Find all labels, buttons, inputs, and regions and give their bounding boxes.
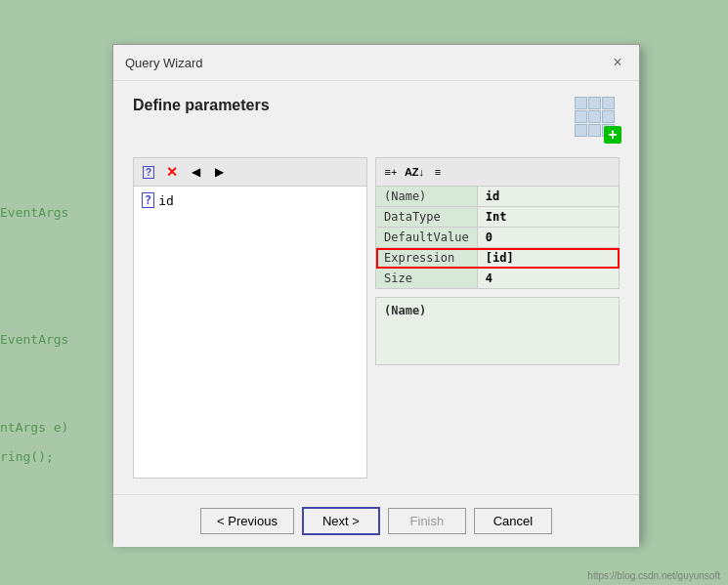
right-toolbar: ≡+ AZ↓ ≡ bbox=[375, 157, 620, 186]
bg-code-4: ring(); bbox=[0, 449, 54, 464]
watermark: https://blog.csdn.net/guyunsoft bbox=[587, 570, 720, 581]
param-type-icon: ? bbox=[142, 192, 154, 208]
description-label: (Name) bbox=[384, 304, 611, 317]
dialog-title: Query Wizard bbox=[125, 56, 202, 70]
prop-row-expression: Expression [id] bbox=[376, 248, 620, 269]
prop-key-name: (Name) bbox=[376, 187, 478, 207]
panels-container: ? ✕ ◀ ▶ ? id bbox=[133, 157, 620, 479]
prop-val-expression[interactable]: [id] bbox=[477, 248, 619, 269]
bg-code-2: EventArgs bbox=[0, 332, 68, 347]
right-panel: ≡+ AZ↓ ≡ (Name) id DataType bbox=[375, 157, 620, 479]
title-bar: Query Wizard × bbox=[113, 45, 639, 81]
grid-cell-6 bbox=[602, 110, 615, 123]
prop-key-expression: Expression bbox=[376, 248, 478, 269]
prop-row-size: Size 4 bbox=[376, 269, 620, 289]
prop-key-defaultvalue: DefaultValue bbox=[376, 228, 478, 248]
prop-row-defaultvalue: DefaultValue 0 bbox=[376, 228, 620, 248]
left-panel: ? ✕ ◀ ▶ ? id bbox=[133, 157, 367, 479]
plus-icon: + bbox=[604, 126, 621, 144]
previous-button[interactable]: < Previous bbox=[200, 508, 294, 534]
grid-cell-5 bbox=[588, 110, 601, 123]
prop-key-size: Size bbox=[376, 269, 478, 289]
prop-val-defaultvalue[interactable]: 0 bbox=[477, 228, 619, 248]
finish-button[interactable]: Finish bbox=[388, 508, 466, 534]
grid-cell-7 bbox=[575, 124, 587, 137]
prop-val-name[interactable]: id bbox=[477, 187, 619, 207]
prop-val-datatype[interactable]: Int bbox=[477, 207, 619, 228]
grid-cell-8 bbox=[588, 124, 601, 137]
list-item[interactable]: ? id bbox=[138, 190, 363, 210]
delete-param-button[interactable]: ✕ bbox=[161, 161, 183, 183]
sort-az-button[interactable]: AZ↓ bbox=[404, 161, 425, 183]
prop-row-datatype: DataType Int bbox=[376, 207, 620, 228]
dialog-content: Define parameters + bbox=[113, 81, 639, 494]
prop-key-datatype: DataType bbox=[376, 207, 478, 228]
next-button[interactable]: Next > bbox=[302, 507, 380, 535]
prop-val-size[interactable]: 4 bbox=[477, 269, 619, 289]
param-name-label: id bbox=[158, 193, 174, 208]
close-button[interactable]: × bbox=[608, 53, 627, 72]
grid-cell-2 bbox=[588, 97, 601, 109]
dialog-header: Define parameters + bbox=[133, 97, 620, 142]
move-up-button[interactable]: ◀ bbox=[185, 161, 206, 183]
query-wizard-dialog: Query Wizard × Define parameters bbox=[112, 44, 640, 542]
grid-cell-1 bbox=[575, 97, 587, 109]
param-list[interactable]: ? id bbox=[133, 186, 367, 479]
dialog-footer: < Previous Next > Finish Cancel bbox=[113, 494, 639, 547]
properties-table: (Name) id DataType Int DefaultValue 0 Ex… bbox=[375, 186, 620, 289]
prop-row-name: (Name) id bbox=[376, 187, 620, 207]
bg-code-3: ntArgs e) bbox=[0, 420, 68, 435]
add-parameter-icon[interactable]: + bbox=[575, 97, 620, 142]
move-down-button[interactable]: ▶ bbox=[208, 161, 230, 183]
left-toolbar: ? ✕ ◀ ▶ bbox=[133, 157, 367, 186]
description-box: (Name) bbox=[375, 297, 620, 365]
bg-code-1: EventArgs bbox=[0, 205, 68, 220]
add-param-button[interactable]: ? bbox=[138, 161, 159, 183]
cancel-button[interactable]: Cancel bbox=[474, 508, 552, 534]
grid-cell-4 bbox=[575, 110, 587, 123]
grid-cell-3 bbox=[602, 97, 615, 109]
list-view-button[interactable]: ≡ bbox=[427, 161, 449, 183]
add-property-button[interactable]: ≡+ bbox=[380, 161, 402, 183]
page-title: Define parameters bbox=[133, 97, 270, 114]
